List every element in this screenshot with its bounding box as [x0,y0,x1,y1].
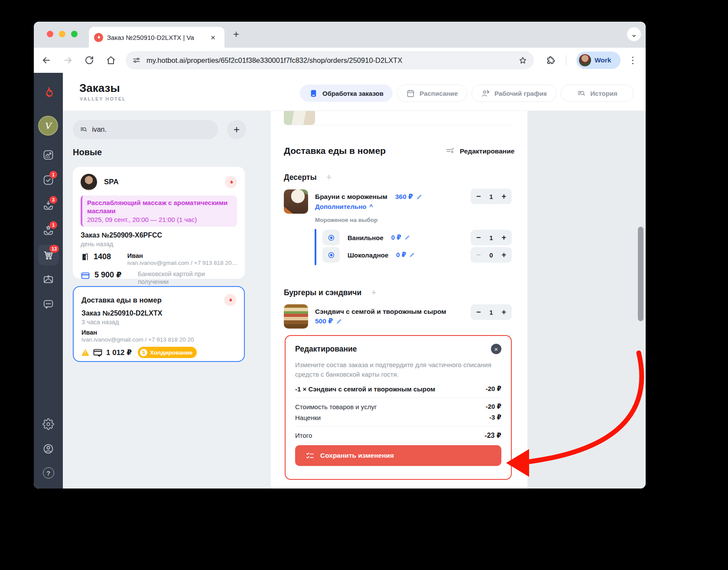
radio-selected-icon[interactable] [322,247,340,263]
increase-button[interactable]: + [501,192,506,200]
service-time: 2025, 09 сент., 20:00 — 21:00 (1 час) [87,216,233,223]
sidebar-item-inbox[interactable] [34,199,63,211]
sidebar-item-chats[interactable] [34,298,63,310]
cart-badge: 13 [49,245,59,253]
quantity-value: 0 [489,251,493,259]
close-icon[interactable]: × [491,344,501,354]
nav-label: История [590,90,618,97]
status-badge-holding: $ Холдирование [138,347,197,358]
order-card-spa[interactable]: SPA Расслабляющий массаж с ароматическим… [73,167,245,279]
sidebar-item-settings[interactable] [34,418,63,430]
bookmark-star-icon[interactable] [518,55,528,65]
team-icon [481,89,490,98]
guest-contacts: ivan.ivanov@gmail.com / +7 913 818 20 20 [81,336,236,343]
order-search[interactable] [73,120,218,139]
sidebar-item-help[interactable]: ? [34,467,63,479]
site-settings-icon[interactable] [132,55,141,65]
profile-name: Work [595,56,611,64]
window-close-button[interactable] [47,31,53,37]
featured-badge: 1 [49,221,57,229]
tab-schedule[interactable]: Расписание [397,85,467,102]
option-name: Шоколадное [348,251,388,259]
edit-price-pencil-icon[interactable] [416,194,422,200]
edit-price-pencil-icon[interactable] [404,235,410,241]
order-card-food-delivery[interactable]: Доставка еды в номер Заказ №250910-D2LXT… [73,286,245,362]
total-label: Итого [295,432,312,439]
brownie-quantity-stepper: − 1 + [471,189,512,204]
hotel-logo-avatar[interactable]: V [38,116,58,136]
tab-work-schedule[interactable]: Рабочий график [471,85,556,102]
quantity-value: 1 [489,309,493,316]
vanilla-quantity-stepper: − 1 + [471,230,512,245]
order-amount: 5 900 ₽ [94,270,133,280]
room-number: 1408 [94,252,123,261]
tab-history[interactable]: История [561,85,634,102]
window-minimize-button[interactable] [59,31,65,37]
checklist-icon [306,451,315,460]
search-list-icon [80,125,88,134]
option-price: 0 ₽ [396,251,406,259]
edit-panel-title: Редактирование [295,345,357,354]
spa-avatar [81,174,97,190]
summary-row: Наценки -3 ₽ [295,414,501,421]
profile-chip[interactable]: Work [576,52,621,69]
save-changes-button[interactable]: Сохранить изменения [295,445,501,466]
nav-label: Обработка заказов [322,90,384,97]
radio-selected-icon[interactable] [322,230,340,245]
warning-icon: ! [81,349,89,356]
scrolled-item-image [284,111,315,125]
sidebar-item-outbox[interactable] [34,273,63,285]
right-gutter [527,111,646,489]
edit-price-pencil-icon[interactable] [409,252,415,258]
page-scrollbar-thumb[interactable] [638,227,644,321]
browser-menu-kebab-icon[interactable]: ⋮ [628,55,637,65]
sidebar-item-orders-cart[interactable] [34,249,63,261]
sidebar-item-profile[interactable] [34,443,63,455]
total-row: Итого -23 ₽ [295,431,501,440]
property-name: VALLEY HOTEL [80,96,126,101]
tasks-badge: 1 [49,171,57,179]
changed-item-qty: -1 × [295,385,306,393]
back-button[interactable] [41,55,52,65]
panel-divider [295,426,501,427]
address-bar[interactable]: my.hotbot.ai/properties/65f2c01f38e33000… [126,51,534,69]
forward-button[interactable] [63,55,73,65]
add-dessert-icon[interactable]: + [326,172,332,183]
reload-button[interactable] [84,55,94,65]
add-order-button[interactable]: + [227,120,246,139]
sidebar-item-tasks[interactable] [34,174,63,186]
order-age: день назад [81,241,237,248]
tab-search-chevron-icon[interactable]: ⌄ [627,27,641,41]
home-button[interactable] [106,55,116,65]
url-text[interactable]: my.hotbot.ai/properties/65f2c01f38e33000… [146,56,513,65]
add-burger-icon[interactable]: + [371,287,377,298]
extensions-icon[interactable] [546,55,556,65]
new-tab-button[interactable]: + [230,28,243,41]
search-input[interactable] [92,126,211,134]
edit-order-action[interactable]: Редактирование [445,147,514,156]
browser-tab[interactable]: Заказ №250910-D2LXTX | Va × [89,27,224,48]
window-zoom-button[interactable] [71,31,78,37]
extras-toggle[interactable]: Дополнительно ^ [315,203,373,210]
order-view-title: Доставка еды в номер [284,146,386,156]
nav-label: Расписание [419,90,458,97]
edit-price-pencil-icon[interactable] [336,318,342,325]
status-label: Холдирование [150,349,192,356]
sidebar-item-featured[interactable] [34,225,63,236]
tab-order-processing[interactable]: Обработка заказов [300,85,393,102]
decrease-button[interactable]: − [476,192,481,200]
decrease-button[interactable]: − [476,308,481,316]
service-title: Расслабляющий массаж с ароматическими ма… [87,199,233,215]
increase-button[interactable]: + [501,234,506,241]
increase-button[interactable]: + [501,251,506,259]
increase-button[interactable]: + [501,308,506,316]
options-group-label: Мороженое на выбор [315,217,377,223]
profile-avatar [579,54,591,66]
tab-close-icon[interactable]: × [211,33,215,42]
screenshot-canvas: Заказ №250910-D2LXTX | Va × + ⌄ my.hotbo… [0,0,728,570]
decrease-button[interactable]: − [476,234,481,241]
calendar-icon [406,89,415,98]
sidebar-item-analytics[interactable] [34,149,63,161]
decrease-button[interactable]: − [476,251,481,259]
guest-name: Иван [81,329,236,336]
